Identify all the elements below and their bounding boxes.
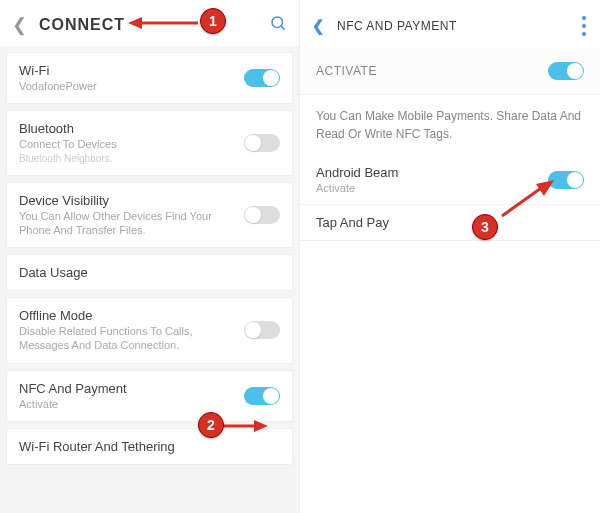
svg-line-1 (281, 26, 284, 29)
annotation-arrow-1 (128, 15, 198, 31)
svg-point-0 (272, 17, 283, 28)
activate-label: ACTIVATE (316, 64, 377, 78)
right-header: ❮ NFC AND PAYMENT (300, 0, 600, 48)
beam-sub: Activate (316, 182, 398, 194)
svg-marker-5 (254, 420, 268, 432)
bluetooth-title: Bluetooth (19, 121, 244, 136)
nfc-sub: Activate (19, 397, 244, 411)
visibility-toggle[interactable] (244, 206, 280, 224)
wifi-sub: VodafonePower (19, 79, 244, 93)
left-pane: ❮ CONNECT Wi-Fi VodafonePower Bluetooth … (0, 0, 300, 513)
item-wifi[interactable]: Wi-Fi VodafonePower (6, 52, 293, 104)
bluetooth-toggle[interactable] (244, 134, 280, 152)
item-device-visibility[interactable]: Device Visibility You Can Allow Other De… (6, 182, 293, 249)
svg-line-6 (502, 186, 544, 216)
svg-marker-3 (128, 17, 142, 29)
wifi-title: Wi-Fi (19, 63, 244, 78)
offline-toggle[interactable] (244, 321, 280, 339)
beam-title: Android Beam (316, 165, 398, 180)
right-content: ACTIVATE You Can Make Mobile Payments. S… (300, 48, 600, 513)
bluetooth-note: Bluetooth Neighbors. (19, 153, 244, 165)
left-content: Wi-Fi VodafonePower Bluetooth Connect To… (0, 46, 299, 513)
item-offline-mode[interactable]: Offline Mode Disable Related Functions T… (6, 297, 293, 364)
right-title: NFC AND PAYMENT (337, 19, 457, 33)
annotation-arrow-3 (498, 180, 554, 220)
activate-toggle[interactable] (548, 62, 584, 80)
annotation-badge-3: 3 (472, 214, 498, 240)
offline-sub: Disable Related Functions To Calls, Mess… (19, 324, 244, 353)
item-bluetooth[interactable]: Bluetooth Connect To Devices Bluetooth N… (6, 110, 293, 175)
router-title: Wi-Fi Router And Tethering (19, 439, 280, 454)
back-icon[interactable]: ❮ (12, 14, 27, 36)
nfc-info-text: You Can Make Mobile Payments. Share Data… (300, 95, 600, 155)
left-title: CONNECT (39, 16, 125, 34)
item-data-usage[interactable]: Data Usage (6, 254, 293, 291)
tap-and-pay-row[interactable]: Tap And Pay (300, 205, 600, 241)
annotation-badge-2: 2 (198, 412, 224, 438)
more-icon[interactable] (580, 14, 588, 38)
nfc-toggle[interactable] (244, 387, 280, 405)
wifi-toggle[interactable] (244, 69, 280, 87)
visibility-title: Device Visibility (19, 193, 244, 208)
back-icon[interactable]: ❮ (312, 17, 325, 35)
visibility-sub: You Can Allow Other Devices Find Your Ph… (19, 209, 244, 238)
svg-marker-7 (536, 180, 554, 196)
search-icon[interactable] (269, 14, 287, 36)
right-pane: ❮ NFC AND PAYMENT ACTIVATE You Can Make … (300, 0, 600, 513)
annotation-badge-1: 1 (200, 8, 226, 34)
data-usage-title: Data Usage (19, 265, 280, 280)
nfc-title: NFC And Payment (19, 381, 244, 396)
android-beam-row[interactable]: Android Beam Activate (300, 155, 600, 205)
activate-row: ACTIVATE (300, 48, 600, 95)
item-nfc-payment[interactable]: NFC And Payment Activate (6, 370, 293, 422)
tap-title: Tap And Pay (316, 215, 389, 230)
bluetooth-sub: Connect To Devices (19, 137, 244, 151)
offline-title: Offline Mode (19, 308, 244, 323)
